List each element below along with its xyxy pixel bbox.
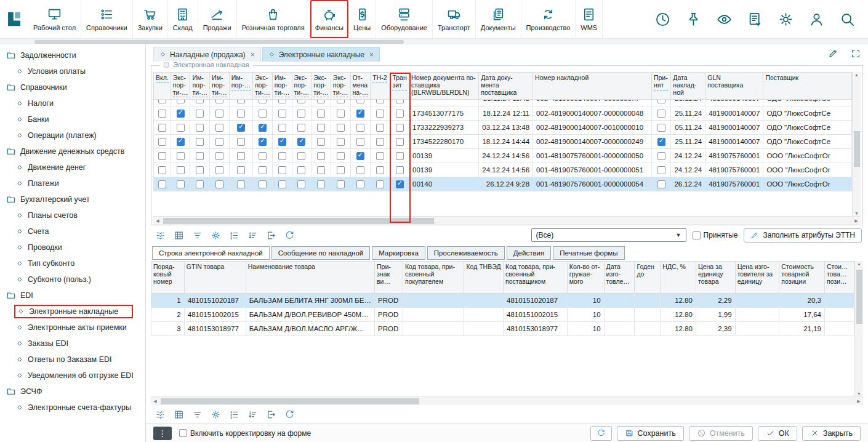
checkbox-f1[interactable]	[177, 180, 185, 188]
gear-icon[interactable]	[207, 228, 223, 243]
fill-ettn-button[interactable]: Заполнить атрибуты ЭТТН	[744, 228, 862, 243]
ribbon-item-9[interactable]: Оборудование	[376, 0, 433, 38]
ribbon-scrollbar[interactable]	[0, 38, 868, 44]
checkbox-f4[interactable]	[237, 124, 245, 132]
table-row[interactable]: 24810151002015БАЛЬЗАМ Д/ВОЛ.РЕВИВОР 450М…	[151, 308, 854, 322]
checkbox-f3[interactable]	[215, 166, 223, 174]
checkbox-tn2[interactable]	[376, 166, 384, 174]
scroll-right-icon[interactable]: ▶	[852, 217, 861, 225]
checkbox-f6[interactable]	[278, 152, 286, 160]
checkbox-f4[interactable]	[237, 100, 245, 103]
sidebar-item[interactable]: Ответы по Заказам EDI	[0, 352, 145, 368]
sidebar-item[interactable]: Операции (платеж)	[0, 127, 145, 143]
main-vscrollbar-thumb[interactable]	[854, 131, 860, 167]
checkbox-f8[interactable]	[317, 110, 325, 118]
ribbon-item-2[interactable]: Справочники	[81, 0, 133, 38]
sidebar-item[interactable]: Банки	[0, 111, 145, 127]
column-header-f8[interactable]: Экс- пор- ти-…	[311, 73, 331, 100]
ribbon-item-10[interactable]: Транспорт	[433, 0, 476, 38]
checkbox-f3[interactable]	[215, 100, 223, 103]
sidebar-item[interactable]: Движение денег	[0, 159, 145, 175]
ribbon-item-5[interactable]: Продажи	[198, 0, 237, 38]
table-row[interactable]: 23.11.24 11:43002-4819000140007-0000000……	[154, 100, 852, 106]
checkbox-f9[interactable]	[337, 124, 345, 132]
checkbox-f4[interactable]	[237, 180, 245, 188]
collapse-icon[interactable]	[163, 62, 170, 68]
detail-tab-2[interactable]: Сообщение по накладной	[271, 246, 371, 260]
checkbox-tranzit[interactable]	[396, 110, 404, 118]
checkbox-f4[interactable]	[237, 110, 245, 118]
column-header-docdate[interactable]: Дата доку- мента поставщика	[479, 73, 533, 100]
table-row[interactable]: 0013924.12.24 14:56001-4819075760001-000…	[154, 163, 852, 177]
column-header-code_buyer[interactable]: Код товара, при- своенный покупателем	[403, 262, 464, 294]
checkbox-f1[interactable]	[177, 152, 185, 160]
column-header-cost[interactable]: Стоимость товарной позиции	[779, 262, 825, 294]
checkbox-cancel[interactable]	[356, 152, 364, 160]
column-header-invdate[interactable]: Дата наклад- ной	[671, 73, 705, 100]
checkbox-f8[interactable]	[317, 138, 325, 146]
checkbox-f2[interactable]	[196, 166, 204, 174]
grid-icon[interactable]	[171, 407, 187, 422]
refresh-icon[interactable]	[281, 407, 297, 422]
checkbox-f7[interactable]	[297, 124, 305, 132]
scroll-up-icon[interactable]: ▲	[855, 262, 863, 266]
checkbox-tn2[interactable]	[376, 138, 384, 146]
checkbox-f8[interactable]	[317, 152, 325, 160]
sidebar-item[interactable]: Условия оплаты	[0, 63, 145, 79]
checkbox-f9[interactable]	[337, 152, 345, 160]
checkbox-f1[interactable]	[177, 138, 185, 146]
checkbox-f7[interactable]	[297, 180, 305, 188]
pencil-icon[interactable]	[828, 48, 838, 58]
sort-icon[interactable]	[244, 407, 260, 422]
checkbox-f3[interactable]	[215, 124, 223, 132]
checkbox-f6[interactable]	[278, 166, 286, 174]
scroll-up-icon[interactable]: ▲	[853, 73, 861, 77]
column-header-f5[interactable]: Экс- пор- ти-…	[253, 73, 273, 100]
detail-tab-5[interactable]: Действия	[507, 246, 551, 260]
column-header-f2[interactable]: Им- пор- ти-…	[190, 73, 210, 100]
sidebar-group-6[interactable]: ЭСЧФ	[0, 384, 145, 400]
column-header-vat[interactable]: НДС, %	[661, 262, 696, 294]
ribbon-item-4[interactable]: Склад	[168, 0, 198, 38]
sidebar-item[interactable]: Заказы EDI	[0, 336, 145, 352]
checkbox-f1[interactable]	[177, 100, 185, 103]
checkbox-f9[interactable]	[337, 166, 345, 174]
expand-icon[interactable]	[851, 49, 861, 58]
ribbon-item-11[interactable]: Документы	[476, 0, 521, 38]
column-header-expire[interactable]: Годен до	[635, 262, 661, 294]
sidebar-group-1[interactable]: Задолженности	[0, 47, 145, 63]
column-header-price[interactable]: Цена за единицу товара	[696, 262, 735, 294]
column-header-name[interactable]: Наименование товара	[246, 262, 374, 294]
detail-hscrollbar-thumb[interactable]	[161, 398, 419, 404]
column-header-f6[interactable]: Им- пор- ти-…	[272, 73, 292, 100]
checkbox-f4[interactable]	[237, 166, 245, 174]
checkbox-tranzit[interactable]	[396, 138, 404, 146]
sidebar-item[interactable]: Уведомления об отгрузке EDI	[0, 368, 145, 384]
checkbox-f6[interactable]	[278, 180, 286, 188]
column-header-supplier[interactable]: Поставщик	[763, 73, 852, 100]
column-header-gtin[interactable]: GTIN товара	[184, 262, 246, 294]
gear-icon[interactable]	[207, 407, 223, 422]
detail-tab-4[interactable]: Прослеживаемость	[427, 246, 505, 260]
checkbox-f6[interactable]	[278, 124, 286, 132]
detail-hscrollbar[interactable]: ◀ ▶	[151, 396, 863, 405]
app-logo[interactable]	[0, 0, 28, 38]
checkbox-f8[interactable]	[317, 180, 325, 188]
more-options-button[interactable]: ⋮	[153, 427, 172, 440]
checkbox-f7[interactable]	[297, 152, 305, 160]
ribbon-scrollbar-thumb[interactable]	[34, 40, 404, 44]
checkbox-vkl[interactable]	[158, 110, 166, 118]
checkbox-f2[interactable]	[196, 180, 204, 188]
checkbox-f8[interactable]	[317, 100, 325, 103]
filter-icon[interactable]	[189, 407, 205, 422]
column-header-gln[interactable]: GLN поставщика	[705, 73, 763, 100]
checkbox-tn2[interactable]	[376, 100, 384, 103]
sidebar-item[interactable]: Планы счетов	[0, 207, 145, 223]
checkbox-f7[interactable]	[297, 100, 305, 103]
sidebar-item[interactable]: Проводки	[0, 239, 145, 255]
sidebar-item[interactable]: Налоги	[0, 95, 145, 111]
checkbox-f5[interactable]	[259, 138, 267, 146]
checkbox-f5[interactable]	[259, 110, 267, 118]
checkbox-tn2[interactable]	[376, 110, 384, 118]
table-row[interactable]: 173451307717518.12.24 12:11002-481900014…	[154, 106, 852, 121]
